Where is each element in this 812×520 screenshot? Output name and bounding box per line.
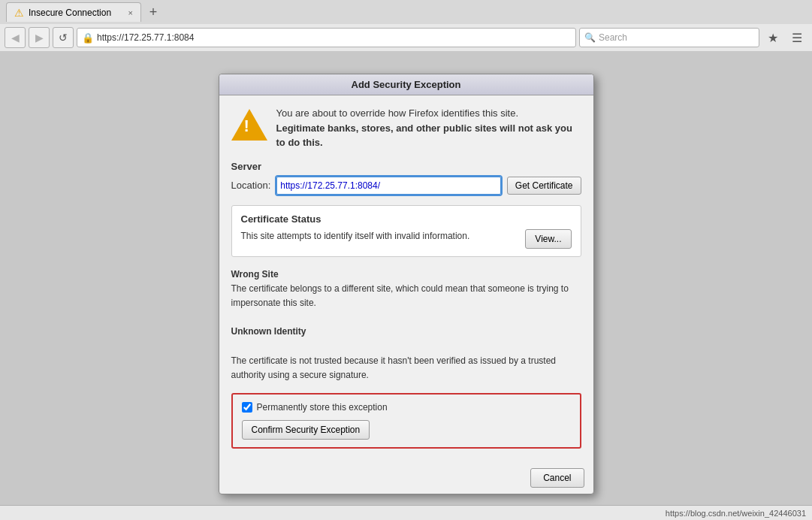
search-placeholder-text: Search (599, 32, 627, 43)
search-bar[interactable]: 🔍 Search (579, 28, 759, 47)
url-bar[interactable]: 🔒 https://172.25.77.1:8084 (77, 28, 576, 47)
bookmark-icon: ★ (768, 31, 778, 45)
wrong-site-text: The certificate belongs to a different s… (231, 282, 581, 310)
dialog-footer: Cancel (219, 462, 593, 494)
location-row: Location: Get Certificate (231, 177, 581, 195)
unknown-identity-label: Unknown Identity (231, 325, 581, 339)
tab-title: Insecure Connection (29, 8, 111, 18)
cert-status-section: Certificate Status This site attempts to… (231, 205, 581, 257)
dialog-overlay: Add Security Exception You are about to … (0, 51, 812, 520)
wrong-site-label: Wrong Site (231, 268, 581, 282)
warning-line2: Legitimate banks, stores, and other publ… (276, 121, 581, 150)
exception-section: Permanently store this exception Confirm… (231, 393, 581, 449)
permanently-store-checkbox[interactable] (242, 402, 252, 413)
cert-status-title: Certificate Status (241, 213, 572, 225)
permanently-store-label: Permanently store this exception (257, 402, 388, 413)
browser-chrome: ⚠ Insecure Connection × + ◀ ▶ ↺ 🔒 https:… (0, 0, 812, 52)
confirm-security-exception-button[interactable]: Confirm Security Exception (242, 420, 370, 440)
reload-button[interactable]: ↺ (53, 27, 74, 48)
url-text: https://172.25.77.1:8084 (97, 32, 194, 43)
cancel-button[interactable]: Cancel (530, 468, 584, 488)
tab-bar: ⚠ Insecure Connection × + (0, 0, 812, 24)
dialog-body: You are about to override how Firefox id… (219, 95, 593, 462)
warning-icon-container (231, 106, 267, 142)
get-certificate-button[interactable]: Get Certificate (507, 177, 581, 195)
new-tab-button[interactable]: + (144, 3, 162, 21)
tab-close-button[interactable]: × (128, 8, 133, 17)
reload-icon: ↺ (59, 32, 68, 44)
forward-icon: ▶ (35, 32, 44, 44)
view-certificate-button[interactable]: View... (525, 229, 571, 249)
cert-invalid-info-text: This site attempts to identify itself wi… (241, 231, 470, 241)
forward-button[interactable]: ▶ (29, 27, 50, 48)
back-button[interactable]: ◀ (5, 27, 26, 48)
warning-triangle-icon (231, 109, 267, 141)
menu-icon: ☰ (792, 31, 802, 45)
lock-icon: 🔒 (82, 32, 94, 44)
server-section-label: Server (231, 161, 581, 172)
unknown-identity-text: The certificate is not trusted because i… (231, 354, 581, 382)
cert-details: Wrong Site The certificate belongs to a … (231, 268, 581, 383)
cert-status-description-text: This site attempts to identify itself wi… (241, 229, 518, 243)
menu-button[interactable]: ☰ (786, 27, 807, 48)
warning-line1: You are about to override how Firefox id… (276, 106, 581, 121)
status-bar: https://blog.csdn.net/weixin_42446031 (0, 505, 812, 520)
warning-text: You are about to override how Firefox id… (276, 106, 581, 150)
cert-status-content: This site attempts to identify itself wi… (241, 229, 572, 249)
location-input[interactable] (276, 177, 501, 195)
status-url-text: https://blog.csdn.net/weixin_42446031 (666, 509, 806, 518)
tab-warning-icon: ⚠ (14, 7, 24, 19)
warning-section: You are about to override how Firefox id… (231, 106, 581, 150)
bookmark-button[interactable]: ★ (762, 27, 783, 48)
back-icon: ◀ (11, 32, 20, 44)
dialog-title: Add Security Exception (219, 74, 593, 95)
nav-bar: ◀ ▶ ↺ 🔒 https://172.25.77.1:8084 🔍 Searc… (0, 24, 812, 51)
checkbox-row: Permanently store this exception (242, 402, 571, 413)
search-icon: 🔍 (584, 32, 596, 43)
active-tab[interactable]: ⚠ Insecure Connection × (6, 2, 141, 22)
location-label: Location: (231, 180, 271, 191)
security-exception-dialog: Add Security Exception You are about to … (219, 74, 594, 494)
